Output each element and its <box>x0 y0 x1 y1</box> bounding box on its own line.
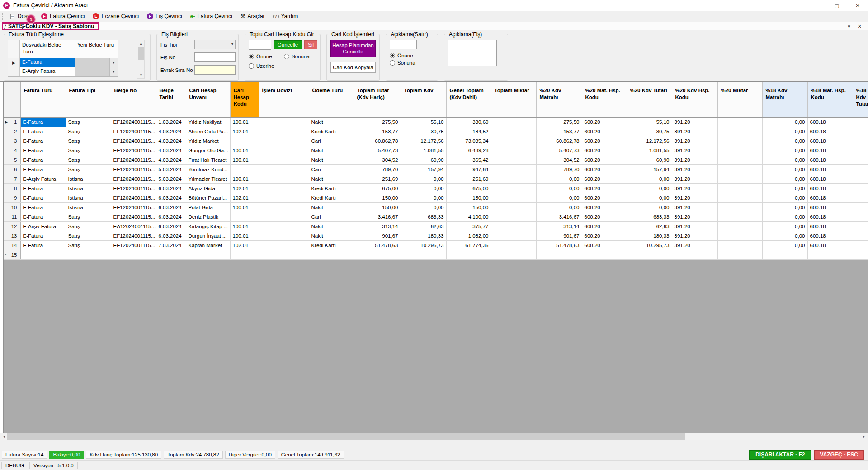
cell[interactable]: Kredi Kartı <box>309 193 354 202</box>
cell[interactable] <box>717 231 762 240</box>
cell[interactable]: 100.01 <box>230 231 259 240</box>
row-selector[interactable]: 2 <box>4 127 20 136</box>
column-header[interactable]: Cari Hesap Kodu <box>230 82 259 117</box>
cell[interactable]: 0,00 <box>762 193 807 202</box>
cell[interactable]: 901,67 <box>536 231 582 240</box>
cell[interactable]: 0,00 <box>627 193 672 202</box>
sil-button[interactable]: Sil <box>304 40 317 49</box>
toplu-cari-kod-input[interactable] <box>249 40 271 50</box>
cell[interactable]: Satış <box>66 221 111 231</box>
cell[interactable]: 0,00 <box>627 174 672 183</box>
cell[interactable]: 675,00 <box>446 183 491 193</box>
column-header[interactable]: Toplam Kdv <box>401 82 446 117</box>
cell[interactable]: 102.01 <box>230 127 259 136</box>
cell[interactable] <box>853 136 868 146</box>
cell[interactable]: Durgun İnşaat ... <box>186 231 230 240</box>
cell[interactable]: 789,70 <box>536 164 582 174</box>
maximize-icon[interactable]: ▢ <box>826 0 847 11</box>
cell[interactable] <box>259 212 309 221</box>
menu-item-fi-evirici[interactable]: FFiş Çevirici <box>143 12 186 21</box>
cell[interactable]: 275,50 <box>354 117 401 127</box>
mapping-source-type[interactable]: E-Fatura <box>20 58 75 67</box>
table-row[interactable]: 2E-FaturaSatışEF12024001115...4.03.2024A… <box>4 127 868 136</box>
aciklama-satir-input[interactable] <box>390 40 417 49</box>
row-selector[interactable]: 12 <box>4 221 20 231</box>
cell[interactable] <box>853 212 868 221</box>
cell[interactable] <box>491 136 536 146</box>
cell[interactable]: 6.03.2024 <box>156 212 186 221</box>
cell[interactable]: 600.20 <box>582 136 627 146</box>
cell[interactable]: 0,00 <box>762 212 807 221</box>
cell[interactable]: 153,77 <box>536 127 582 136</box>
cell[interactable]: 947,64 <box>446 164 491 174</box>
hesap-planimdan-guncelle-button[interactable]: Hesap Planımdan Güncelle <box>330 40 376 57</box>
cell[interactable]: 102.01 <box>230 240 259 250</box>
column-header[interactable]: Cari Hesap Unvanı <box>186 82 230 117</box>
column-header[interactable]: Fatura Türü <box>20 82 66 117</box>
scrollbar-thumb[interactable] <box>7 433 685 440</box>
cell[interactable]: E-Fatura <box>20 193 66 202</box>
cell[interactable]: 1.081,55 <box>401 146 446 155</box>
table-row[interactable]: 11E-FaturaSatışEF12024001115...6.03.2024… <box>4 212 868 221</box>
cell[interactable]: 0,00 <box>762 155 807 164</box>
cell[interactable] <box>717 155 762 164</box>
cell[interactable]: 0,00 <box>536 202 582 212</box>
cell[interactable]: 184,52 <box>446 127 491 136</box>
cell[interactable]: Kredi Kartı <box>309 183 354 193</box>
cell[interactable]: EF12024001115... <box>111 193 156 202</box>
cell[interactable]: 313,14 <box>354 221 401 231</box>
cell[interactable]: Satış <box>66 164 111 174</box>
cell[interactable] <box>491 127 536 136</box>
new-row[interactable]: *15 <box>4 250 868 259</box>
evrak-sira-no-input[interactable] <box>194 65 236 75</box>
cell[interactable]: Istisna <box>66 174 111 183</box>
cell[interactable] <box>111 250 156 259</box>
cell[interactable]: 4.100,00 <box>446 212 491 221</box>
cell[interactable] <box>853 183 868 193</box>
cell[interactable] <box>717 117 762 127</box>
cell[interactable] <box>807 250 853 259</box>
cell[interactable]: 4.03.2024 <box>156 146 186 155</box>
cell[interactable]: 1.03.2024 <box>156 117 186 127</box>
cell[interactable]: Nakit <box>309 221 354 231</box>
horizontal-scrollbar[interactable]: ◂ ▸ <box>0 433 868 440</box>
column-header[interactable]: Toplam Tutar (Kdv Hariç) <box>354 82 401 117</box>
cell[interactable]: 0,00 <box>536 183 582 193</box>
cell[interactable]: 600.18 <box>807 202 853 212</box>
cell[interactable]: 12.172,56 <box>627 136 672 146</box>
radio-onune[interactable]: Önüne <box>390 53 435 58</box>
column-header[interactable]: Belge No <box>111 82 156 117</box>
cell[interactable]: 6.03.2024 <box>156 183 186 193</box>
column-header[interactable]: %20 Miktar <box>717 82 762 117</box>
cell[interactable]: 391.20 <box>672 240 717 250</box>
cell[interactable]: 600.18 <box>807 164 853 174</box>
cell[interactable] <box>259 193 309 202</box>
cell[interactable] <box>536 250 582 259</box>
cell[interactable]: 600.18 <box>807 183 853 193</box>
scroll-left-icon[interactable]: ◂ <box>0 433 7 440</box>
cell[interactable] <box>491 164 536 174</box>
row-selector[interactable]: 10 <box>4 202 20 212</box>
cell[interactable]: 60,90 <box>627 155 672 164</box>
cell[interactable]: 313,14 <box>536 221 582 231</box>
cell[interactable]: EF12024001115... <box>111 164 156 174</box>
cell[interactable]: E-Arşiv Fatura <box>20 174 66 183</box>
cell[interactable]: 3.416,67 <box>354 212 401 221</box>
cell[interactable] <box>717 127 762 136</box>
menu-item-fatura-evirici[interactable]: FFatura Çevirici <box>37 12 89 21</box>
cell[interactable]: 4.03.2024 <box>156 127 186 136</box>
cell[interactable] <box>582 250 627 259</box>
tab-close-icon[interactable]: ✕ <box>858 24 862 29</box>
cell[interactable]: Istisna <box>66 183 111 193</box>
cell[interactable]: 600.18 <box>807 136 853 146</box>
cell[interactable]: EF12024001115... <box>111 155 156 164</box>
cell[interactable] <box>717 202 762 212</box>
cell[interactable]: EA12024001115... <box>111 221 156 231</box>
cell[interactable] <box>491 146 536 155</box>
column-header[interactable]: %18 Kdv Tutarı <box>853 82 868 117</box>
cell[interactable]: 55,10 <box>401 117 446 127</box>
cell[interactable] <box>717 183 762 193</box>
cell[interactable]: 600.18 <box>807 117 853 127</box>
cell[interactable]: 51.478,63 <box>536 240 582 250</box>
cell[interactable]: 6.03.2024 <box>156 231 186 240</box>
